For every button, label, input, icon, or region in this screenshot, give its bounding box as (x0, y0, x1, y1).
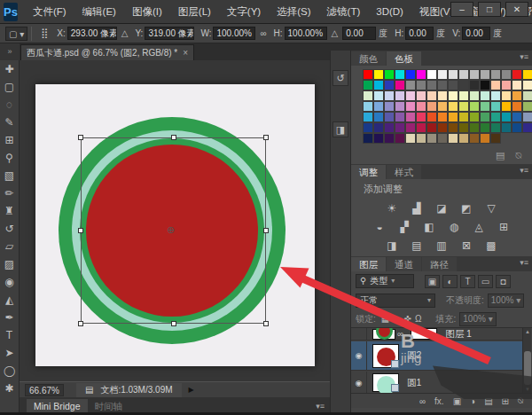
color-swatch[interactable] (363, 101, 373, 112)
color-swatch[interactable] (490, 101, 501, 112)
color-swatch[interactable] (426, 69, 437, 80)
menu-item-edit[interactable]: 编辑(E) (74, 0, 124, 24)
color-swatch[interactable] (363, 80, 373, 90)
menu-item-filter[interactable]: 滤镜(T) (319, 0, 369, 24)
gradient-map-icon[interactable]: ▩ (482, 238, 500, 253)
selective-color-icon[interactable]: ⊠ (458, 238, 475, 253)
color-swatch[interactable] (512, 122, 522, 133)
visibility-toggle[interactable]: ◉ (351, 372, 367, 393)
add-mask-icon[interactable]: ▣ (453, 396, 461, 406)
width-input[interactable]: 100.00% (213, 27, 255, 40)
handle-top-left[interactable] (78, 135, 83, 140)
color-swatch[interactable] (522, 112, 532, 122)
color-swatch[interactable] (501, 69, 512, 80)
channel-mixer-icon[interactable]: ◬ (470, 219, 488, 234)
clone-stamp-tool[interactable]: ♜ (0, 202, 19, 220)
new-swatch-icon[interactable]: ▤ (496, 150, 505, 161)
blend-mode-select[interactable]: 正常 ▾ (356, 294, 435, 308)
menu-item-layer[interactable]: 图层(L) (170, 0, 219, 24)
color-swatch[interactable] (501, 112, 512, 122)
color-swatch[interactable] (395, 133, 405, 144)
brightness-contrast-icon[interactable]: ☀ (383, 200, 401, 215)
color-swatch[interactable] (458, 133, 469, 144)
color-swatch[interactable] (458, 90, 469, 101)
opacity-input[interactable]: 100%▾ (488, 294, 525, 308)
angle-input[interactable]: 0.00 (342, 27, 376, 40)
history-brush-tool[interactable]: ↺ (0, 220, 19, 238)
move-tool[interactable]: ✚ (0, 60, 19, 78)
color-balance-icon[interactable]: ▞ (395, 219, 413, 234)
color-swatch[interactable] (501, 101, 512, 112)
filter-type-layers-icon[interactable]: T (460, 275, 475, 288)
reference-point-icon[interactable]: ⣿ (41, 27, 47, 39)
layer-thumbnail[interactable] (372, 344, 399, 368)
minibar-menu-icon[interactable]: ▾≡ (316, 402, 325, 411)
color-swatch[interactable] (480, 133, 490, 144)
color-swatch[interactable] (458, 69, 469, 80)
color-swatch[interactable] (522, 122, 532, 133)
healing-brush-tool[interactable]: ▧ (0, 167, 19, 184)
color-swatch[interactable] (437, 69, 448, 80)
color-swatch[interactable] (416, 133, 426, 144)
color-swatch[interactable] (522, 80, 532, 90)
color-swatch[interactable] (458, 122, 469, 133)
handle-bottom-right[interactable] (263, 321, 269, 326)
minimize-button[interactable]: – (450, 2, 473, 17)
color-swatch[interactable] (416, 80, 426, 90)
color-swatch[interactable] (512, 90, 522, 101)
color-swatch[interactable] (437, 80, 448, 90)
type-tool[interactable]: T (0, 326, 19, 344)
hskew-input[interactable]: 0.00 (405, 27, 434, 40)
color-swatch[interactable] (512, 112, 522, 122)
eraser-tool[interactable]: ▱ (0, 238, 19, 255)
layers-panel-menu-icon[interactable]: ▾≡ (520, 258, 528, 267)
handle-bottom-left[interactable] (78, 321, 83, 326)
handle-bottom-center[interactable] (171, 321, 176, 326)
hand-tool[interactable]: ✱ (0, 380, 19, 397)
color-swatch[interactable] (416, 69, 426, 80)
color-swatch[interactable] (395, 90, 405, 101)
color-swatch[interactable] (490, 112, 501, 122)
color-swatch[interactable] (373, 112, 384, 122)
color-swatch[interactable] (522, 101, 532, 112)
color-swatch[interactable] (426, 90, 437, 101)
color-swatch[interactable] (437, 112, 448, 122)
scroll-up-icon[interactable]: ▲ (523, 328, 532, 336)
color-swatch[interactable] (469, 112, 480, 122)
color-swatch[interactable] (469, 90, 480, 101)
color-swatch[interactable] (512, 101, 522, 112)
history-panel-icon[interactable]: ↺ (332, 70, 348, 86)
link-layers-icon[interactable]: ∞ (419, 396, 426, 406)
handle-middle-right[interactable] (263, 228, 269, 233)
tab-styles[interactable]: 样式 (387, 165, 421, 179)
color-swatch[interactable] (405, 69, 416, 80)
invert-icon[interactable]: ◨ (383, 238, 401, 253)
color-swatch[interactable] (395, 101, 405, 112)
color-swatch[interactable] (490, 133, 501, 144)
document-close-icon[interactable]: × (183, 45, 188, 60)
color-swatch[interactable] (426, 101, 437, 112)
fill-input[interactable]: 100%▾ (459, 312, 497, 326)
filter-shape-layers-icon[interactable]: ▭ (478, 275, 493, 288)
color-swatch[interactable] (405, 112, 416, 122)
color-swatch[interactable] (373, 122, 384, 133)
color-swatch[interactable] (384, 69, 395, 80)
color-swatch[interactable] (384, 80, 395, 90)
height-input[interactable]: 100.00% (285, 27, 327, 40)
tab-swatches[interactable]: 色板 (387, 51, 421, 66)
color-swatch[interactable] (405, 133, 416, 144)
color-swatch[interactable] (426, 122, 437, 133)
color-swatch[interactable] (512, 80, 522, 90)
eyedropper-tool[interactable]: ⚲ (0, 149, 19, 167)
exposure-icon[interactable]: ◩ (458, 200, 475, 215)
layer-filter-type-select[interactable]: ⚲ 类型 ▾ (356, 274, 414, 288)
filter-adjustment-layers-icon[interactable]: ◐ (442, 275, 458, 288)
black-white-icon[interactable]: ◧ (420, 219, 438, 234)
maximize-button[interactable]: □ (478, 2, 501, 17)
layer-thumbnail[interactable] (372, 329, 395, 340)
color-swatch[interactable] (469, 69, 480, 80)
color-swatch[interactable] (458, 101, 469, 112)
color-swatch[interactable] (448, 80, 458, 90)
tab-channels[interactable]: 通道 (387, 257, 421, 271)
color-swatch[interactable] (469, 80, 480, 90)
